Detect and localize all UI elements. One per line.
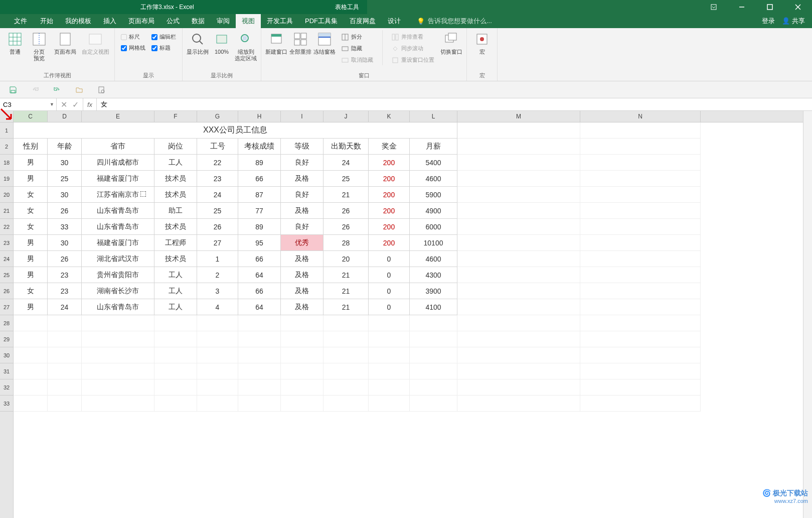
cell[interactable]: 21 (323, 267, 369, 283)
cell[interactable]: 0 (369, 283, 410, 299)
cell[interactable] (82, 347, 154, 363)
cell[interactable]: 66 (238, 283, 281, 299)
cell[interactable]: 25 (323, 171, 369, 187)
cell[interactable]: 0 (369, 251, 410, 267)
cell[interactable]: 66 (238, 251, 281, 267)
cell[interactable] (48, 396, 82, 412)
cell[interactable] (580, 139, 701, 155)
cell[interactable] (410, 379, 457, 396)
cell[interactable]: 26 (323, 219, 369, 235)
cell[interactable] (197, 363, 238, 379)
cell[interactable]: 及格 (281, 203, 323, 219)
cell[interactable]: 20 (323, 251, 369, 267)
cell[interactable]: 64 (238, 267, 281, 283)
tab-review[interactable]: 审阅 (211, 14, 236, 28)
cell[interactable] (154, 396, 197, 412)
cell[interactable] (197, 347, 238, 363)
cell[interactable]: 技术员 (154, 171, 197, 187)
cell[interactable]: 1 (197, 251, 238, 267)
cell[interactable] (197, 379, 238, 396)
cell[interactable]: 200 (369, 155, 410, 171)
cell[interactable] (323, 331, 369, 347)
tab-insert[interactable]: 插入 (97, 14, 122, 28)
cell[interactable]: 技术员 (154, 251, 197, 267)
cell[interactable] (14, 347, 48, 363)
cell[interactable] (369, 396, 410, 412)
table-header[interactable]: 年龄 (48, 139, 82, 155)
cell[interactable]: 男 (14, 155, 48, 171)
confirm-formula-icon[interactable]: ✓ (72, 100, 79, 109)
cell[interactable] (369, 363, 410, 379)
cell[interactable] (457, 379, 580, 396)
cell[interactable] (82, 331, 154, 347)
cell[interactable] (281, 315, 323, 331)
row-header-26[interactable]: 26 (0, 283, 13, 299)
column-header-J[interactable]: J (323, 111, 369, 122)
cell[interactable] (457, 139, 580, 155)
cell[interactable]: 山东省青岛市 (82, 219, 154, 235)
cell[interactable] (457, 283, 580, 299)
cell[interactable]: 女 (14, 219, 48, 235)
cell[interactable]: 良好 (281, 155, 323, 171)
table-header[interactable]: 性别 (14, 139, 48, 155)
row-header-19[interactable]: 19 (0, 171, 13, 187)
cell[interactable] (281, 363, 323, 379)
row-header-31[interactable]: 31 (0, 363, 13, 379)
cell[interactable]: 及格 (281, 283, 323, 299)
cell[interactable]: 工人 (154, 155, 197, 171)
row-header-23[interactable]: 23 (0, 235, 13, 251)
table-header[interactable]: 出勤天数 (323, 139, 369, 155)
column-header-N[interactable]: N (580, 111, 701, 122)
cell[interactable] (369, 347, 410, 363)
cell[interactable] (48, 363, 82, 379)
cell[interactable] (323, 315, 369, 331)
cell[interactable]: 33 (48, 219, 82, 235)
cell[interactable]: 26 (197, 219, 238, 235)
cell[interactable] (82, 363, 154, 379)
row-header-28[interactable]: 28 (0, 315, 13, 331)
cell[interactable]: 山东省青岛市 (82, 299, 154, 315)
cell[interactable] (154, 363, 197, 379)
cell[interactable] (281, 379, 323, 396)
cell[interactable]: 3900 (410, 283, 457, 299)
cell[interactable]: 28 (323, 235, 369, 251)
cell[interactable] (580, 396, 701, 412)
cell[interactable]: 25 (48, 171, 82, 187)
gridlines-checkbox[interactable]: 网格线 (121, 44, 145, 52)
cell[interactable] (457, 235, 580, 251)
tab-pdf[interactable]: PDF工具集 (299, 14, 344, 28)
cell[interactable]: 福建省厦门市 (82, 235, 154, 251)
cell[interactable] (580, 251, 701, 267)
page-layout-button[interactable]: 页面布局 (52, 30, 78, 55)
cell[interactable] (457, 315, 580, 331)
formula-input[interactable]: 女 (97, 98, 812, 110)
cell[interactable] (457, 171, 580, 187)
cell[interactable]: 30 (48, 187, 82, 203)
cell[interactable]: 四川省成都市 (82, 155, 154, 171)
row-header-32[interactable]: 32 (0, 379, 13, 396)
cell[interactable]: 4100 (410, 299, 457, 315)
cell[interactable]: 10100 (410, 235, 457, 251)
table-header[interactable]: 考核成绩 (238, 139, 281, 155)
row-header-20[interactable]: 20 (0, 187, 13, 203)
zoom-button[interactable]: 显示比例 (187, 30, 209, 55)
cell[interactable]: 山东省青岛市 (82, 203, 154, 219)
cell[interactable]: 男 (14, 235, 48, 251)
tab-formulas[interactable]: 公式 (160, 14, 186, 28)
cell[interactable] (281, 347, 323, 363)
cell[interactable]: 21 (323, 299, 369, 315)
tell-me-search[interactable]: 💡 告诉我您想要做什么... (417, 17, 492, 26)
cell[interactable]: 89 (238, 155, 281, 171)
row-header-30[interactable]: 30 (0, 347, 13, 363)
cell[interactable] (48, 331, 82, 347)
cell[interactable]: 26 (323, 203, 369, 219)
cell[interactable]: 23 (197, 171, 238, 187)
cancel-formula-icon[interactable]: ✕ (61, 100, 67, 109)
cell[interactable]: 89 (238, 219, 281, 235)
table-header[interactable]: 奖金 (369, 139, 410, 155)
cell[interactable] (238, 347, 281, 363)
table-header[interactable]: 等级 (281, 139, 323, 155)
cell[interactable] (457, 331, 580, 347)
formula-bar-checkbox[interactable]: 编辑栏 (151, 33, 176, 41)
cell[interactable]: 5400 (410, 155, 457, 171)
